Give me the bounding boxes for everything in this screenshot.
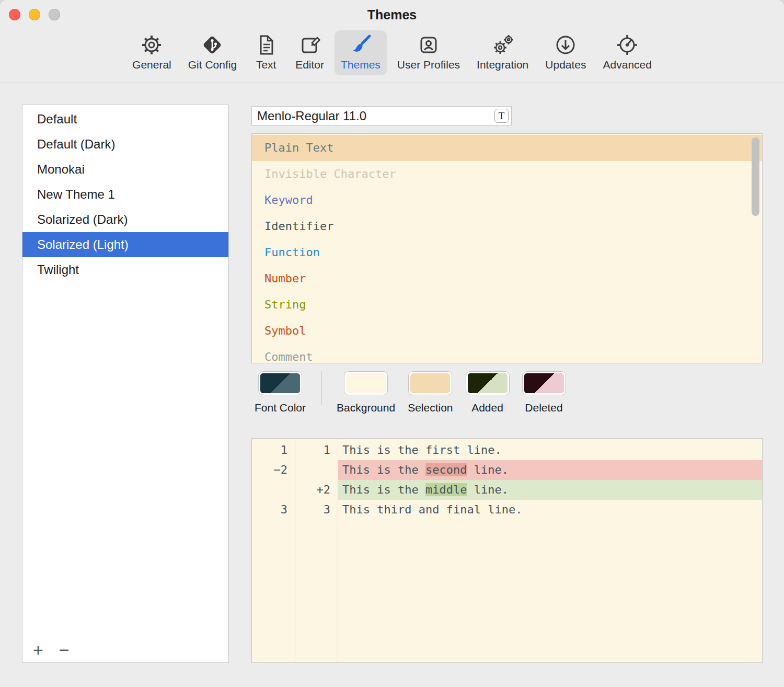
diff-line-normal: 1 1 This is the first line. xyxy=(252,440,762,460)
deleted-swatch-item: Deleted xyxy=(522,371,566,414)
font-color-label: Font Color xyxy=(255,402,306,414)
tab-updates[interactable]: Updates xyxy=(539,30,592,75)
selection-label: Selection xyxy=(408,402,453,414)
tab-advanced-label: Advanced xyxy=(603,59,652,71)
tab-text-label: Text xyxy=(256,59,276,71)
diff-line-normal: 3 3 This third and final line. xyxy=(252,500,762,520)
tab-advanced[interactable]: Advanced xyxy=(597,30,658,75)
font-field[interactable]: Menlo-Regular 11.0 T xyxy=(251,106,512,125)
code-segment: This is the xyxy=(342,463,425,476)
theme-list-actions: + − xyxy=(33,640,70,660)
deleted-word-highlight: second xyxy=(425,463,467,476)
tab-editor-label: Editor xyxy=(295,59,324,71)
token-symbol[interactable]: Symbol xyxy=(252,318,762,344)
font-picker-button[interactable]: T xyxy=(494,109,509,123)
diff-gutter-divider-1 xyxy=(295,439,295,662)
added-swatch-item: Added xyxy=(466,371,510,414)
diff-code-text-added: This is the middle line. xyxy=(338,480,762,500)
diff-line-deleted: −2 This is the second line. xyxy=(252,460,762,480)
paintbrush-icon xyxy=(348,32,373,58)
selection-color-well[interactable] xyxy=(408,371,452,395)
diff-preview: 1 1 This is the first line. −2 This is t… xyxy=(251,438,763,663)
new-line-number: 3 xyxy=(295,500,338,520)
new-line-number: +2 xyxy=(295,480,338,500)
preferences-toolbar: General Git Config xyxy=(0,30,784,83)
old-line-number: 3 xyxy=(252,500,295,520)
deleted-color-well[interactable] xyxy=(522,371,566,395)
font-field-value: Menlo-Regular 11.0 xyxy=(257,109,366,123)
added-label: Added xyxy=(471,402,503,414)
theme-item-monokai[interactable]: Monokai xyxy=(22,157,228,182)
theme-item-twilight[interactable]: Twilight xyxy=(22,257,228,282)
old-line-number xyxy=(252,480,295,500)
code-segment: This is the xyxy=(342,483,425,496)
tab-integration[interactable]: Integration xyxy=(470,30,535,75)
token-rows: Plain Text Invisible Character Keyword I… xyxy=(252,134,762,363)
color-swatches: Font Color Background Selection Added D xyxy=(251,371,763,414)
background-swatch-item: Background xyxy=(337,371,395,414)
token-plain-text[interactable]: Plain Text xyxy=(252,135,762,161)
diff-code-text-deleted: This is the second line. xyxy=(338,460,762,480)
font-color-swatch-item: Font Color xyxy=(255,371,306,414)
diff-gutter-divider-2 xyxy=(338,439,338,662)
diff-line-added: +2 This is the middle line. xyxy=(252,480,762,500)
font-color-fill xyxy=(260,373,300,393)
preferences-window: Themes General xyxy=(0,0,784,687)
preview-scrollbar-thumb[interactable] xyxy=(752,138,759,216)
token-comment[interactable]: Comment xyxy=(252,344,762,363)
tab-git-config[interactable]: Git Config xyxy=(182,30,243,75)
added-word-highlight: middle xyxy=(425,483,467,496)
tab-user-profiles-label: User Profiles xyxy=(397,59,460,71)
editor-pencil-icon xyxy=(297,32,322,58)
tab-user-profiles[interactable]: User Profiles xyxy=(391,30,466,75)
window-title: Themes xyxy=(0,7,784,22)
code-segment: line. xyxy=(467,463,508,476)
tab-themes[interactable]: Themes xyxy=(335,30,387,75)
background-color-fill xyxy=(346,373,386,393)
added-color-fill xyxy=(468,373,508,393)
tab-text[interactable]: Text xyxy=(247,30,285,75)
tab-updates-label: Updates xyxy=(545,59,586,71)
old-line-number: 1 xyxy=(252,440,295,460)
tab-git-config-label: Git Config xyxy=(188,59,237,71)
gear-icon xyxy=(139,32,164,58)
token-number[interactable]: Number xyxy=(252,266,762,292)
download-circle-icon xyxy=(553,32,578,58)
code-segment: This is the first line. xyxy=(342,443,502,456)
new-line-number xyxy=(295,460,338,480)
theme-token-preview: Plain Text Invisible Character Keyword I… xyxy=(251,133,763,363)
diff-rows: 1 1 This is the first line. −2 This is t… xyxy=(252,439,762,520)
token-string[interactable]: String xyxy=(252,292,762,318)
theme-item-new-theme-1[interactable]: New Theme 1 xyxy=(22,182,228,207)
token-function[interactable]: Function xyxy=(252,239,762,266)
toolbar-divider xyxy=(0,83,784,83)
remove-theme-button[interactable]: − xyxy=(59,640,70,660)
token-invisible-character[interactable]: Invisible Character xyxy=(252,161,762,187)
code-segment: line. xyxy=(467,483,508,496)
selection-color-fill xyxy=(410,373,450,393)
deleted-label: Deleted xyxy=(525,402,562,414)
deleted-color-fill xyxy=(524,373,564,393)
old-line-number: −2 xyxy=(252,460,295,480)
theme-item-solarized-dark[interactable]: Solarized (Dark) xyxy=(22,207,228,232)
background-label: Background xyxy=(337,402,395,414)
theme-item-default[interactable]: Default xyxy=(22,107,228,132)
swatch-divider xyxy=(321,371,322,405)
tab-editor[interactable]: Editor xyxy=(289,30,330,75)
font-color-well[interactable] xyxy=(258,371,302,395)
background-color-well[interactable] xyxy=(344,371,388,395)
token-keyword[interactable]: Keyword xyxy=(252,187,762,213)
selection-swatch-item: Selection xyxy=(408,371,453,414)
theme-list: Default Default (Dark) Monokai New Theme… xyxy=(22,105,229,663)
tab-integration-label: Integration xyxy=(477,59,528,71)
tab-general-label: General xyxy=(132,59,171,71)
theme-item-solarized-light[interactable]: Solarized (Light) xyxy=(22,232,228,257)
new-line-number: 1 xyxy=(295,440,338,460)
token-identifier[interactable]: Identifier xyxy=(252,213,762,239)
code-segment: This third and final line. xyxy=(342,503,522,516)
add-theme-button[interactable]: + xyxy=(33,640,43,660)
added-color-well[interactable] xyxy=(466,371,510,395)
tab-general[interactable]: General xyxy=(126,30,178,75)
diff-code-text: This third and final line. xyxy=(338,500,762,520)
theme-item-default-dark[interactable]: Default (Dark) xyxy=(22,132,228,157)
